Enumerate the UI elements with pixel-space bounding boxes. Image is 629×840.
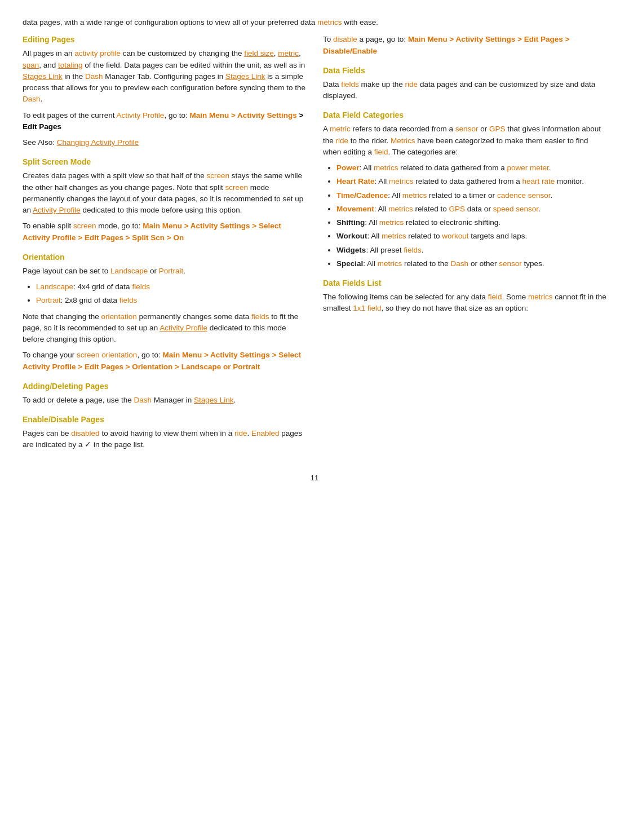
data-field-cat-heading: Data Field Categories bbox=[323, 109, 606, 121]
heart-rate-item: Heart Rate: All metrics related to data … bbox=[336, 176, 606, 187]
enable-p1: Pages can be disabled to avoid having to… bbox=[23, 428, 306, 451]
orientation-p2: Note that changing the orientation perma… bbox=[23, 311, 306, 346]
categories-list: Power: All metrics related to data gathe… bbox=[336, 162, 606, 269]
workout-item: Workout: All metrics related to workout … bbox=[336, 231, 606, 242]
special-item: Special: All metrics related to the Dash… bbox=[336, 258, 606, 269]
landscape-item: Landscape: 4x4 grid of data fields bbox=[36, 281, 306, 293]
intro-metrics: metrics bbox=[317, 18, 342, 26]
editing-pages-p2: To edit pages of the current Activity Pr… bbox=[23, 110, 306, 133]
adding-heading: Adding/Deleting Pages bbox=[23, 381, 306, 392]
movement-item: Movement: All metrics related to GPS dat… bbox=[336, 204, 606, 215]
page-number: 11 bbox=[23, 472, 606, 484]
orientation-heading: Orientation bbox=[23, 251, 306, 263]
orientation-p1: Page layout can be set to Landscape or P… bbox=[23, 266, 306, 277]
portrait-item: Portrait: 2x8 grid of data fields bbox=[36, 295, 306, 306]
cat-p1: A metric refers to data recorded from a … bbox=[323, 123, 606, 158]
widgets-item: Widgets: All preset fields. bbox=[336, 245, 606, 256]
split-screen-p2: To enable split screen mode, go to: Main… bbox=[23, 220, 306, 244]
enable-heading: Enable/Disable Pages bbox=[23, 414, 306, 426]
adding-p1: To add or delete a page, use the Dash Ma… bbox=[23, 395, 306, 406]
orientation-list: Landscape: 4x4 grid of data fields Portr… bbox=[36, 281, 306, 307]
split-screen-p1: Creates data pages with a split view so … bbox=[23, 170, 306, 216]
intro-text: data pages, with a wide range of configu… bbox=[23, 17, 606, 28]
editing-pages-heading: Editing Pages bbox=[23, 34, 306, 46]
page-container: data pages, with a wide range of configu… bbox=[23, 17, 606, 483]
data-fields-list-heading: Data Fields List bbox=[323, 277, 606, 289]
split-screen-heading: Split Screen Mode bbox=[23, 156, 306, 168]
data-fields-p1: Data fields make up the ride data pages … bbox=[323, 79, 606, 102]
orientation-p3: To change your screen orientation, go to… bbox=[23, 350, 306, 373]
disable-p1: To disable a page, go to: Main Menu > Ac… bbox=[323, 34, 606, 57]
data-fields-heading: Data Fields bbox=[323, 65, 606, 77]
shifting-item: Shifting: All metrics related to electro… bbox=[336, 217, 606, 228]
editing-pages-p1: All pages in an activity profile can be … bbox=[23, 48, 306, 105]
see-also: See Also: Changing Activity Profile bbox=[23, 137, 306, 148]
left-column: Editing Pages All pages in an activity p… bbox=[23, 34, 306, 455]
power-item: Power: All metrics related to data gathe… bbox=[336, 162, 606, 174]
right-column: To disable a page, go to: Main Menu > Ac… bbox=[323, 34, 606, 455]
time-cadence-item: Time/Cadence: All metrics related to a t… bbox=[336, 190, 606, 201]
list-p1: The following items can be selected for … bbox=[323, 291, 606, 315]
